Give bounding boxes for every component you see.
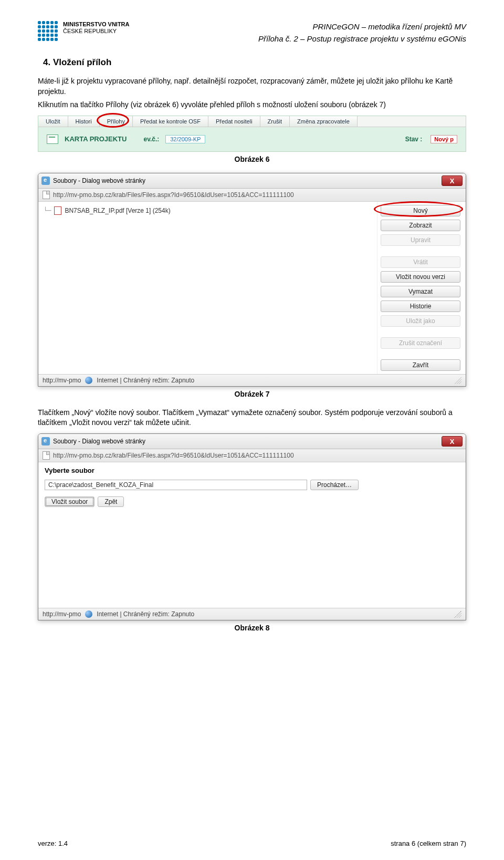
globe-icon (85, 377, 92, 384)
choose-file-heading: Vyberte soubor (45, 467, 459, 474)
status-right: Internet | Chráněný režim: Zapnuto (97, 377, 194, 384)
doc-title: PRINCeGON – metodika řízení projektů MV (258, 21, 466, 33)
ie-icon (41, 177, 50, 185)
section-heading: 4. Vložení příloh (43, 57, 466, 68)
globe-icon (85, 610, 92, 618)
caption-8: Obrázek 8 (38, 624, 466, 632)
stav-label: Stav : (405, 136, 423, 143)
file-entry[interactable]: BN7SAB_RLZ_IP.pdf [Verze 1] (254k) (65, 207, 170, 214)
page-icon (43, 451, 50, 460)
revert-button: Vrátit (381, 256, 460, 268)
ministry-line1: MINISTERSTVO VNITRA (63, 21, 130, 28)
history-button[interactable]: Historie (381, 301, 460, 312)
delete-button[interactable]: Vymazat (381, 286, 460, 297)
stav-value: Nový p (430, 135, 457, 143)
ministry-line2: ČESKÉ REPUBLIKY (63, 28, 130, 35)
file-path-input[interactable]: C:\prace\zadost_Benefit_KOZA_Final (45, 480, 307, 490)
status-left: http://mv-pmo (43, 377, 81, 384)
page-icon (43, 191, 50, 199)
close-button[interactable]: X (442, 175, 463, 186)
resize-grip-icon[interactable] (454, 610, 461, 618)
caption-7: Obrázek 7 (38, 390, 466, 398)
doc-subtitle: Příloha č. 2 – Postup registrace projekt… (258, 33, 466, 45)
ie-icon (41, 437, 50, 445)
toolbar-save-button[interactable]: Uložit (38, 116, 68, 127)
new-button[interactable]: Nový (381, 205, 460, 216)
view-button[interactable]: Zobrazit (381, 220, 460, 231)
status-left: http://mv-pmo (43, 610, 81, 618)
evc-value[interactable]: 32/2009-KP (165, 135, 205, 143)
dialog-title: Soubory - Dialog webové stránky (53, 177, 145, 184)
toolbar-history-button[interactable]: Histori (68, 116, 100, 127)
figure-8: Soubory - Dialog webové stránky X http:/… (38, 433, 466, 620)
paragraph-3: Tlačítkem „Nový“ vložíte nový soubor. Tl… (38, 408, 466, 428)
address-url: http://mv-pmo.bsp.cz/krab/Files/Files.as… (53, 191, 294, 199)
insert-new-version-button[interactable]: Vložit novou verzi (381, 271, 460, 283)
resize-grip-icon[interactable] (454, 377, 461, 384)
footer-version: verze: 1.4 (38, 840, 68, 847)
caption-6: Obrázek 6 (38, 155, 466, 163)
paragraph-1: Máte-li již k projektu vypracované přílo… (38, 76, 466, 97)
ministry-logo: MINISTERSTVO VNITRA ČESKÉ REPUBLIKY (38, 21, 130, 41)
toolbar-attachments-button[interactable]: Přílohy (100, 116, 133, 127)
save-as-button: Uložit jako (381, 315, 460, 327)
deselect-button: Zrušit označení (381, 337, 460, 349)
paragraph-2: Kliknutím na tlačítko Přílohy (viz obráz… (38, 100, 466, 110)
evc-label: ev.č.: (143, 136, 159, 143)
figure-6: Uložit Histori Přílohy Předat ke kontrol… (38, 116, 466, 152)
browse-button[interactable]: Procházet… (310, 480, 359, 490)
status-right: Internet | Chráněný režim: Zapnuto (97, 610, 194, 618)
toolbar-forward-owner-button[interactable]: Předat nositeli (208, 116, 260, 127)
new-button-label: Nový (413, 207, 427, 214)
address-url: http://mv-pmo.bsp.cz/krab/Files/Files.as… (53, 452, 294, 459)
back-button[interactable]: Zpět (98, 496, 124, 507)
pdf-icon (54, 206, 61, 215)
project-card-icon (47, 134, 58, 144)
logo-dots-icon (38, 21, 58, 41)
insert-file-button[interactable]: Vložit soubor (45, 496, 94, 507)
toolbar-change-editor-button[interactable]: Změna zpracovatele (290, 116, 358, 127)
dialog-title: Soubory - Dialog webové stránky (53, 438, 145, 445)
toolbar-cancel-button[interactable]: Zrušit (260, 116, 290, 127)
toolbar-attachments-label: Přílohy (107, 118, 125, 125)
toolbar-forward-osf-button[interactable]: Předat ke kontrole OSF (133, 116, 208, 127)
close-button[interactable]: X (442, 436, 463, 447)
figure-7: Soubory - Dialog webové stránky X http:/… (38, 173, 466, 387)
footer-page: strana 6 (celkem stran 7) (391, 840, 466, 847)
tree-branch-icon: └─ (44, 207, 51, 214)
close-dialog-button[interactable]: Zavřít (381, 359, 460, 371)
project-card-title: KARTA PROJEKTU (65, 135, 127, 143)
edit-button: Upravit (381, 234, 460, 246)
